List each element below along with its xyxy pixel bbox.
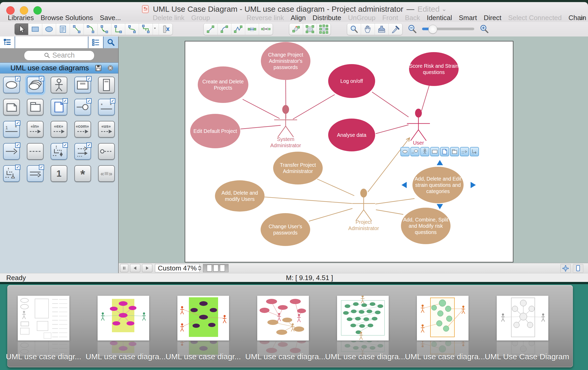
shape-generalization-bent[interactable]: ✓: [3, 165, 20, 182]
save-library-icon[interactable]: [94, 64, 103, 72]
stamp-tool-button[interactable]: [375, 23, 389, 35]
sample-thumbnail-7[interactable]: UML Use Case Diagram: [497, 285, 548, 367]
menu-item-identical[interactable]: Identical: [427, 14, 452, 22]
shape-dependency[interactable]: [27, 143, 44, 160]
shape-actor[interactable]: [51, 77, 67, 93]
usecase-change-users-passwords[interactable]: Change User'spasswords: [261, 213, 310, 246]
zoom-out-button[interactable]: [407, 24, 417, 34]
thumbnail-image[interactable]: [18, 296, 69, 341]
zoom-slider-thumb[interactable]: [428, 25, 437, 34]
hand-tool-button[interactable]: [361, 23, 375, 35]
shape-generalization[interactable]: ✓: [27, 165, 44, 182]
page-box-1[interactable]: [207, 265, 212, 272]
shape-directed-association[interactable]: ✓: [3, 143, 20, 160]
connect-right-arrow[interactable]: [471, 182, 476, 188]
sample-thumbnail-2[interactable]: UML use case diagra...: [98, 285, 149, 367]
quick-rect-button[interactable]: [430, 147, 439, 156]
usecase-change-project-admin-passwords[interactable]: Change ProjectAdministrator'spasswords: [261, 42, 310, 80]
edge-9[interactable]: [265, 197, 352, 204]
conn-elbow-tool-button[interactable]: [111, 23, 125, 35]
quick-bent-arrow-button[interactable]: [470, 147, 479, 156]
edited-badge[interactable]: Edited: [417, 5, 440, 14]
library-list-view-button[interactable]: [88, 36, 103, 48]
edge-2[interactable]: [243, 99, 280, 119]
shape-dependency-pair[interactable]: ✓: [74, 143, 91, 160]
usecase-edit-default-project[interactable]: Edit Default Project: [190, 114, 240, 148]
quick-actor-button[interactable]: [420, 147, 429, 156]
search-input[interactable]: Search: [24, 51, 94, 60]
shape-note[interactable]: [3, 99, 20, 115]
reshape-tool-button[interactable]: [289, 23, 303, 35]
usecase-create-and-delete-projects[interactable]: Create and DeleteProjects: [198, 66, 248, 103]
scissors-tool-button[interactable]: ✂: [259, 23, 273, 35]
quick-page-button[interactable]: [440, 147, 449, 156]
quick-arrow-dash-button[interactable]: [460, 147, 469, 156]
edge-5[interactable]: [372, 92, 409, 117]
shape-use-case[interactable]: ✓: [3, 77, 20, 93]
menu-item-smart[interactable]: Smart: [459, 14, 477, 22]
fit-to-window-button[interactable]: [560, 264, 571, 273]
usecase-analyse-data[interactable]: Analyse data: [328, 119, 375, 151]
page-box-2[interactable]: [213, 265, 218, 272]
pause-button[interactable]: [120, 264, 128, 272]
thumbnail-image[interactable]: [257, 296, 309, 341]
edited-chevron-icon[interactable]: ⌄: [442, 6, 446, 13]
shape-package[interactable]: [27, 99, 44, 115]
zoom-in-button[interactable]: [479, 24, 489, 34]
sample-thumbnail-3[interactable]: UML use case diagr...: [177, 285, 229, 367]
shape-extend[interactable]: «ex»: [51, 121, 67, 138]
shape-association[interactable]: **✓: [98, 99, 115, 115]
conn-smart-tool-button[interactable]: [98, 23, 111, 35]
next-page-button[interactable]: [142, 264, 152, 272]
shape-frame[interactable]: ✓: [51, 99, 67, 115]
shape-many[interactable]: *: [74, 165, 91, 182]
magnifier-tool-button[interactable]: [347, 23, 361, 35]
menu-item-distribute[interactable]: Distribute: [313, 14, 341, 22]
quick-oval-dash-button[interactable]: [410, 147, 419, 156]
thumbnail-image[interactable]: [497, 296, 548, 341]
document-proxy-icon[interactable]: [141, 4, 150, 14]
page-selector[interactable]: [203, 264, 229, 272]
document-page[interactable]: Change ProjectAdministrator'spasswordsCr…: [185, 41, 513, 262]
edge-6[interactable]: [376, 125, 409, 134]
transform-tool-button[interactable]: [317, 23, 331, 35]
connect-down-arrow[interactable]: [437, 204, 443, 209]
ellipse-tool-button[interactable]: [42, 23, 56, 35]
shape-one[interactable]: 1: [51, 165, 67, 182]
menu-item-align[interactable]: Align: [291, 14, 306, 22]
polyline-tool-button[interactable]: [231, 23, 245, 35]
thumbnail-image[interactable]: [177, 296, 229, 341]
library-tree-button[interactable]: [0, 36, 15, 48]
conn-direct-tool-button[interactable]: [70, 23, 84, 35]
shape-card[interactable]: [98, 77, 115, 93]
shape-include[interactable]: «in»: [27, 121, 44, 138]
zoom-slider[interactable]: [422, 28, 474, 30]
shape-dependency-bent[interactable]: ✓: [51, 143, 67, 160]
library-search-button[interactable]: [103, 36, 118, 48]
menu-item-save[interactable]: Save...: [100, 14, 121, 22]
quick-oval-button[interactable]: [400, 147, 410, 156]
connect-up-arrow[interactable]: [437, 160, 443, 165]
quick-folder-button[interactable]: [450, 147, 459, 156]
usecase-log-on-off[interactable]: Log on/off: [328, 64, 375, 98]
select-arrow-tool-button[interactable]: [15, 23, 28, 35]
text-tool-button[interactable]: [56, 23, 70, 35]
drawing-canvas[interactable]: Change ProjectAdministrator'spasswordsCr…: [119, 36, 588, 273]
shape-stereotype[interactable]: «»: [98, 165, 115, 182]
shape-uses[interactable]: «us»: [98, 121, 115, 138]
sample-thumbnail-6[interactable]: UML use case diagra...: [417, 285, 469, 367]
conn-tree-tool-button[interactable]: [139, 23, 153, 35]
page-box-3[interactable]: [220, 265, 225, 272]
caret-down-tool-button[interactable]: [153, 23, 159, 35]
usecase-add-combine-split-modify-risk[interactable]: Add, Combine, Splitand Modify riskquesti…: [401, 208, 451, 244]
usecase-add-delete-and-modify-users[interactable]: Add, Delete andmodify Users: [215, 180, 265, 212]
sample-thumbnail-4[interactable]: UML use case diagra...: [257, 285, 309, 367]
usecase-transfer-project-administrator[interactable]: Transfer ProjectAdministrator: [273, 152, 323, 184]
actual-page-button[interactable]: [573, 264, 583, 273]
edge-10[interactable]: [309, 208, 352, 221]
shape-communicate[interactable]: «com»: [74, 121, 91, 138]
close-library-icon[interactable]: [106, 64, 115, 72]
sample-thumbnail-5[interactable]: UML use case diagra...: [337, 285, 389, 367]
previous-page-button[interactable]: [130, 264, 140, 272]
edge-11[interactable]: [375, 199, 415, 204]
